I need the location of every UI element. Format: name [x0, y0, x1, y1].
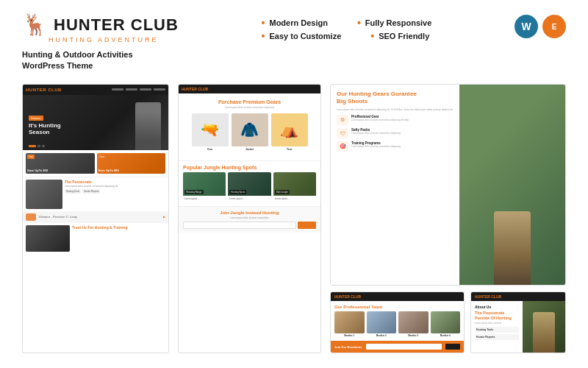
feature-label: Easy to Customize [269, 32, 341, 40]
title-line2: Gurantee [390, 91, 417, 97]
newsletter-section: Join Our Newsletter [331, 341, 464, 353]
spots-section: Popular Jungle Hunting Spots Shooting Ra… [179, 165, 320, 206]
title-line1: Our Hunting [337, 91, 373, 97]
title-end: Team [370, 305, 382, 309]
card-item: Trail Save UpTo $50 [26, 153, 95, 174]
card-price: Save UpTo $80 [98, 169, 119, 172]
hero-tag: Season [29, 116, 43, 121]
about-nav-logo: HUNTER CLUB [475, 294, 501, 299]
title-end: Hunting Spots [220, 165, 257, 170]
deer-icon: 🦌 [22, 15, 48, 35]
feature-row-1: ⚙ Proffesional Gear Lorem ipsum dolor si… [337, 115, 453, 125]
right-text-column: Our Hunting Gears Gurantee Big Shoots Lo… [331, 85, 459, 285]
title-end: Perslite Of Hunting [475, 316, 512, 320]
title-end: Instead Hunting [245, 210, 279, 215]
member-name-1: Member 1 [334, 334, 365, 337]
mid-navbar: HUNTER CLUB [179, 85, 320, 93]
slider-dot [42, 145, 45, 147]
spot-text: Lorem ipsum... [273, 196, 316, 202]
preview-right: Our Hunting Gears Gurantee Big Shoots Lo… [330, 84, 566, 353]
feature-icon-box: ⚙ [337, 115, 348, 125]
hero-text: Season It's Hunting Season [29, 109, 61, 136]
join-title: Join Jungle Instead Hunting [183, 210, 316, 215]
theme-description: Hunting & Outdoor Activities WordPress T… [22, 49, 179, 72]
join-button[interactable] [298, 222, 316, 229]
feature-modern-design: • Modern Design [262, 18, 328, 28]
passionate-section: The Passionate Lorem ipsum dolor sit ame… [23, 177, 168, 211]
features-row1: • Modern Design • Fully Responsive [262, 18, 432, 28]
section-content: The Passionate Lorem ipsum dolor sit ame… [65, 180, 165, 209]
logo-section: 🦌 HUNTER CLUB Hunting Adventure Hunting … [22, 15, 179, 72]
premium-gears-section: Purchase Premium Gears Lorem ipsum dolor… [179, 93, 320, 157]
member-photo-4 [431, 311, 461, 333]
feature-text: Proffesional Gear Lorem ipsum dolor sit … [351, 115, 453, 121]
hero-person-figure [135, 102, 161, 150]
slider-dots [29, 145, 45, 147]
about-navbar: HUNTER CLUB [471, 292, 565, 301]
newsletter-input[interactable] [366, 344, 442, 350]
hunter-background [459, 85, 565, 285]
title-highlight: Premium [243, 99, 265, 105]
feature-label: Fully Responsive [365, 18, 431, 27]
feature-subdesc: Lorem ipsum dolor sit amet consectetur a… [351, 118, 453, 121]
nav-dots [112, 88, 165, 91]
feature-row-3: 🎯 Training Programs Lorem ipsum dolor si… [337, 141, 453, 152]
title-plain: The [65, 180, 72, 184]
nav-dot [126, 88, 137, 91]
title-plain: The [475, 311, 483, 315]
title-highlight: Jungle [204, 165, 220, 170]
logo-row: 🦌 HUNTER CLUB [22, 15, 179, 35]
title-end: Gears [265, 99, 281, 105]
team-preview: HUNTER CLUB Our Professional Team Member… [330, 291, 465, 353]
join-email-input[interactable] [183, 222, 296, 229]
last-section-image [26, 225, 70, 252]
features-row2: • Easy to Customize • SEO Friendly [262, 31, 432, 41]
card-image: Trail Save UpTo $50 [26, 153, 95, 174]
product-card-jacket: 🧥 Jacket [232, 113, 268, 151]
preview-right-top: Our Hunting Gears Gurantee Big Shoots Lo… [330, 84, 566, 286]
gear-icon: ⚙ [340, 117, 345, 123]
spot-card-1: Shooting Range Lorem ipsum... [183, 172, 226, 202]
about-mini-cards: Hunting Tools Hunter Reports [475, 327, 519, 340]
section-title: The Passionate [65, 180, 165, 185]
member-card-1: Member 1 [334, 311, 365, 337]
member-photo-3 [398, 311, 429, 333]
about-text-column: About Us The Passionate Perslite Of Hunt… [471, 301, 523, 353]
features-section: • Modern Design • Fully Responsive • Eas… [262, 18, 432, 41]
about-content: About Us The Passionate Perslite Of Hunt… [471, 301, 565, 353]
previews-container: HUNTER CLUB Season It's Hunting Season [22, 84, 566, 353]
hunter-figure [494, 211, 531, 285]
product-name: Tent [271, 148, 308, 151]
info-badge: Hunting Tools [65, 189, 81, 194]
mid-nav-logo: HUNTER CLUB [182, 87, 208, 91]
nav-dot [154, 88, 165, 91]
member-card-4: Member 4 [431, 311, 461, 337]
badge-section: W E [514, 15, 566, 38]
spot-label: Dark Jungle [275, 190, 290, 194]
right-desc: Lorem ipsum dolor sit amet, consectetur … [337, 108, 453, 112]
about-person-figure [533, 312, 555, 353]
member-card-3: Member 3 [398, 311, 429, 337]
spots-title: Popular Jungle Hunting Spots [183, 165, 316, 170]
main-container: 🦌 HUNTER CLUB Hunting Adventure Hunting … [0, 0, 588, 368]
team-content: Our Professional Team Member 1 Member 2 [331, 301, 464, 341]
feature-seo-friendly: • SEO Friendly [370, 31, 429, 41]
title-highlight: Passionate [72, 180, 91, 184]
hero-title: It's Hunting Season [29, 122, 61, 136]
title-highlight: Gears [373, 91, 390, 97]
member-photo-1 [334, 311, 365, 333]
spot-card-2: Hunting Spots Lorem ipsum... [228, 172, 270, 202]
feature-row-2: 🛡 Safty Packs Lorem ipsum dolor sit amet… [337, 128, 453, 138]
feature-icon-box: 🎯 [337, 141, 348, 152]
spot-card-3: Dark Jungle Lorem ipsum... [273, 172, 316, 202]
distance-text: Distance - Percision C- Larity [39, 215, 160, 219]
left-navbar: HUNTER CLUB [23, 85, 168, 95]
product-image-tent: ⛺ [271, 113, 308, 146]
logo-text: HUNTER CLUB [54, 15, 179, 35]
member-name-3: Member 3 [398, 334, 429, 337]
member-name-4: Member 4 [431, 334, 461, 337]
bullet-icon: • [262, 18, 265, 28]
newsletter-button[interactable] [445, 344, 460, 350]
scope-icon [26, 213, 36, 221]
el-letter: E [552, 23, 557, 31]
